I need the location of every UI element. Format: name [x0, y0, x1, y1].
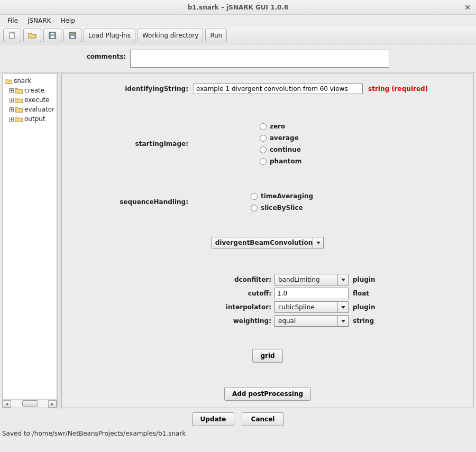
sequence-handling-slicebyslice[interactable]: sliceBySlice — [251, 202, 313, 214]
expand-icon[interactable]: + — [9, 107, 14, 112]
svg-rect-5 — [71, 36, 74, 38]
menu-jsnark[interactable]: jSNARK — [23, 16, 55, 25]
algorithm-value: divergentBeamConvolution — [215, 239, 313, 246]
splitter-handle[interactable] — [57, 72, 61, 409]
save-icon — [48, 31, 57, 40]
interpolator-label: interpolator: — [75, 303, 274, 311]
weighting-label: weighting: — [75, 317, 274, 325]
comments-row: comments: — [0, 44, 476, 72]
tree-item-label: execute — [24, 96, 50, 104]
statusbar: Saved to /home/swr/NetBeansProjects/exam… — [0, 428, 476, 439]
sequence-handling-label: sequenceHandling: — [75, 198, 194, 206]
identifying-string-input[interactable] — [194, 84, 363, 94]
expand-icon[interactable]: + — [9, 98, 14, 103]
menubar: File jSNARK Help — [0, 15, 476, 26]
sequence-handling-timeaveraging[interactable]: timeAveraging — [251, 190, 313, 202]
toolbar: Load Plug-ins Working directory Run — [0, 26, 476, 44]
cancel-button[interactable]: Cancel — [242, 412, 284, 426]
open-folder-icon — [28, 31, 36, 40]
folder-icon — [15, 87, 23, 94]
chevron-down-icon — [337, 302, 348, 312]
run-button[interactable]: Run — [205, 29, 227, 42]
tree-item-execute[interactable]: + execute — [4, 95, 56, 105]
scroll-right-icon[interactable]: ▸ — [48, 400, 57, 408]
interpolator-select[interactable]: cubicSpline — [274, 301, 349, 313]
svg-rect-3 — [51, 33, 54, 34]
menu-file[interactable]: File — [3, 16, 22, 25]
interpolator-type: plugin — [353, 303, 376, 311]
folder-icon — [15, 97, 23, 103]
tree-pane: snark + create + execute + evaluator + o… — [2, 73, 57, 408]
new-file-icon — [8, 31, 16, 40]
chevron-down-icon — [337, 274, 348, 285]
cutoff-type: float — [353, 290, 369, 297]
dconfilter-type: plugin — [353, 276, 376, 283]
menu-help[interactable]: Help — [56, 16, 79, 25]
cutoff-label: cutoff: — [75, 290, 274, 297]
tree-horizontal-scrollbar[interactable]: ◂ ▸ — [3, 399, 57, 408]
starting-image-continue[interactable]: continue — [260, 144, 301, 155]
tree-root-label: snark — [14, 77, 31, 85]
scroll-left-icon[interactable]: ◂ — [3, 400, 11, 408]
algorithm-select[interactable]: divergentBeamConvolution — [212, 237, 324, 248]
cutoff-input[interactable] — [274, 288, 349, 299]
expand-icon[interactable]: + — [9, 88, 14, 93]
status-text: Saved to /home/swr/NetBeansProjects/exam… — [2, 430, 186, 437]
scroll-thumb[interactable] — [22, 400, 38, 407]
titlebar: b1.snark – jSNARK GUI 1.0.6 ✕ — [0, 0, 476, 15]
form-pane: identifyingString: string (required) sta… — [61, 73, 474, 408]
svg-rect-2 — [51, 36, 54, 38]
window-title: b1.snark – jSNARK GUI 1.0.6 — [188, 4, 289, 11]
tree-item-label: create — [24, 87, 44, 94]
tree-item-evaluator[interactable]: + evaluator — [4, 105, 56, 114]
chevron-down-icon — [313, 237, 323, 248]
starting-image-average[interactable]: average — [260, 132, 301, 144]
split-pane: snark + create + execute + evaluator + o… — [0, 72, 476, 409]
footer-buttons: Update Cancel — [0, 409, 476, 428]
starting-image-label: startingImage: — [75, 140, 194, 147]
comments-input[interactable] — [130, 50, 389, 68]
tree-body: snark + create + execute + evaluator + o… — [3, 74, 57, 399]
chevron-down-icon — [337, 316, 348, 326]
weighting-select[interactable]: equal — [274, 315, 349, 327]
save-as-icon — [68, 31, 77, 40]
folder-icon — [5, 78, 12, 84]
identifying-string-required: string (required) — [368, 85, 428, 93]
tree-item-label: output — [24, 115, 45, 123]
weighting-type: string — [353, 317, 374, 325]
grid-button[interactable]: grid — [252, 349, 282, 363]
update-button[interactable]: Update — [192, 412, 234, 426]
load-plugins-button[interactable]: Load Plug-ins — [84, 29, 135, 42]
folder-icon — [15, 116, 23, 122]
add-postprocessing-button[interactable]: Add postProcessing — [224, 387, 311, 401]
expand-icon[interactable]: + — [9, 117, 14, 122]
identifying-string-label: identifyingString: — [75, 85, 194, 93]
tree-item-output[interactable]: + output — [4, 114, 56, 124]
save-button[interactable] — [43, 29, 61, 42]
close-icon[interactable]: ✕ — [464, 3, 471, 12]
save-as-button[interactable] — [63, 29, 81, 42]
tree-item-label: evaluator — [24, 106, 54, 113]
tree-item-create[interactable]: + create — [4, 86, 56, 95]
scroll-track[interactable] — [11, 400, 48, 408]
dconfilter-label: dconfilter: — [75, 276, 274, 283]
new-file-button[interactable] — [3, 29, 21, 42]
working-directory-button[interactable]: Working directory — [138, 29, 203, 42]
params-block: dconfilter: bandLimiting plugin cutoff: … — [75, 273, 461, 328]
starting-image-zero[interactable]: zero — [260, 121, 301, 132]
folder-icon — [15, 106, 23, 113]
svg-rect-0 — [10, 32, 14, 39]
comments-label: comments: — [87, 53, 126, 60]
starting-image-phantom[interactable]: phantom — [260, 155, 301, 167]
tree-root[interactable]: snark — [4, 76, 56, 86]
dconfilter-select[interactable]: bandLimiting — [274, 274, 349, 285]
open-file-button[interactable] — [23, 29, 41, 42]
